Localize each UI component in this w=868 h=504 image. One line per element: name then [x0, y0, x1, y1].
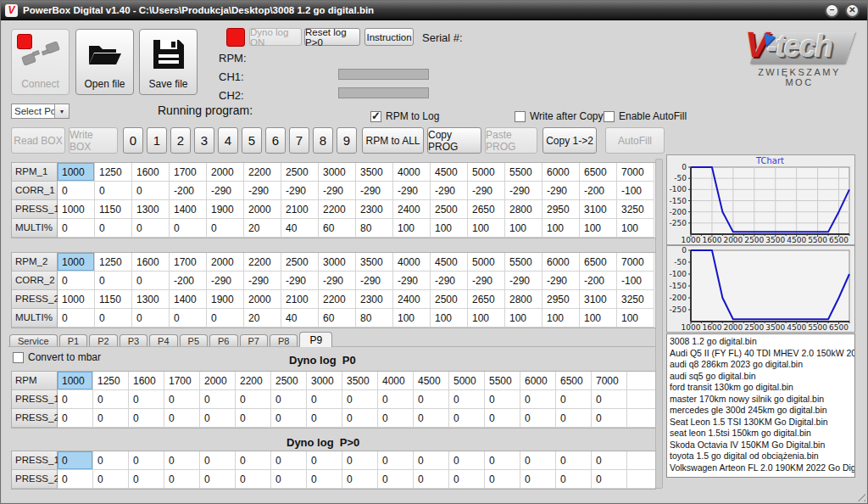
table-cell[interactable]: -290 — [505, 182, 542, 200]
table-cell[interactable]: 4500 — [431, 163, 468, 182]
table-cell[interactable]: 6000 — [542, 253, 580, 272]
table-cell[interactable]: 0 — [520, 390, 556, 409]
write-box-button[interactable]: Write BOX — [69, 127, 118, 154]
tab-p5[interactable]: P5 — [180, 334, 208, 347]
table-cell[interactable]: 0 — [200, 470, 236, 489]
table-cell[interactable]: 0 — [449, 409, 485, 428]
table-cell[interactable]: 6000 — [520, 372, 556, 390]
table-cell[interactable]: 0 — [271, 470, 307, 489]
table-cell[interactable]: 0 — [342, 390, 378, 409]
file-list-item[interactable]: ford transit 130km go digital.bin — [670, 382, 854, 394]
autofill-button[interactable]: AutoFill — [605, 127, 665, 154]
table-cell[interactable]: 0 — [132, 182, 170, 200]
digit-button-6[interactable]: 6 — [265, 127, 286, 154]
tab-service[interactable]: Service — [9, 334, 58, 347]
table-cell[interactable]: 100 — [505, 219, 542, 238]
table-cell[interactable]: 2500 — [281, 163, 319, 182]
connect-button[interactable]: Connect — [11, 29, 70, 95]
table-cell[interactable]: 2400 — [393, 200, 431, 219]
table-cell[interactable]: 3000 — [307, 372, 342, 390]
table-cell[interactable]: 6500 — [580, 163, 617, 182]
table-cell[interactable]: 0 — [58, 470, 93, 489]
table-cell[interactable]: 0 — [200, 409, 236, 428]
table-cell[interactable]: 100 — [393, 309, 431, 328]
table-cell[interactable]: 0 — [129, 451, 164, 470]
reset-log-button[interactable]: Reset log P>0 — [304, 28, 360, 46]
table-cell[interactable]: 0 — [414, 390, 449, 409]
table-cell[interactable]: -290 — [207, 272, 244, 290]
table-cell[interactable]: 6500 — [556, 372, 592, 390]
table-cell[interactable]: 1900 — [207, 200, 244, 219]
file-list-item[interactable]: seat leon 1.5tsi 150km go digital.bin — [670, 428, 854, 440]
table-cell[interactable]: 0 — [132, 272, 170, 290]
write-after-copy-checkbox[interactable]: Write after Copy — [515, 110, 603, 122]
table-cell[interactable]: 3250 — [617, 200, 654, 219]
table-cell[interactable]: 100 — [505, 309, 542, 328]
table-cell[interactable]: 0 — [129, 470, 164, 489]
file-list-item[interactable]: Seat Leon 1.5 TSI 130KM Go Digital.bin — [670, 417, 854, 428]
convert-to-mbar-checkbox[interactable]: Convert to mbar — [13, 351, 101, 363]
table-cell[interactable]: 0 — [95, 309, 132, 328]
table-cell[interactable]: 2650 — [468, 200, 505, 219]
table-cell[interactable]: 0 — [129, 409, 164, 428]
table-cell[interactable]: 20 — [244, 309, 281, 328]
table-cell[interactable]: 0 — [129, 390, 164, 409]
table-cell[interactable]: 2000 — [200, 372, 236, 390]
table-cell[interactable]: 0 — [307, 470, 342, 489]
table-cell[interactable]: 1700 — [170, 253, 207, 272]
table-cell[interactable]: 7000 — [592, 372, 627, 390]
table-cell[interactable]: 0 — [592, 409, 627, 428]
table-cell[interactable]: 0 — [271, 390, 307, 409]
dyno-log-on-button[interactable]: Dyno log ON — [249, 28, 302, 46]
table-cell[interactable]: 0 — [93, 451, 129, 470]
table-cell[interactable]: 0 — [93, 409, 129, 428]
table-cell[interactable]: 2300 — [356, 200, 393, 219]
enable-autofill-checkbox[interactable]: Enable AutoFill — [604, 110, 687, 122]
table-cell[interactable]: 100 — [617, 309, 654, 328]
table-cell[interactable]: 60 — [319, 219, 356, 238]
table-cell[interactable]: 0 — [485, 390, 520, 409]
tab-p4[interactable]: P4 — [149, 334, 177, 347]
table-cell[interactable]: 2800 — [505, 200, 542, 219]
table-cell[interactable]: 1900 — [207, 290, 244, 309]
table-cell[interactable]: 1150 — [95, 200, 132, 219]
file-list-item[interactable]: 3008 1.2 go digital.bin — [670, 336, 854, 348]
table-cell[interactable]: 2300 — [356, 290, 393, 309]
table-cell[interactable]: 2100 — [281, 290, 319, 309]
file-list-item[interactable]: Volkswagen Arteon FL 2.0 190KM 2022 Go D… — [670, 462, 854, 474]
rpm-to-log-checkbox[interactable]: RPM to Log — [370, 110, 439, 122]
table-cell[interactable]: 0 — [207, 309, 244, 328]
table-cell[interactable]: -290 — [542, 272, 580, 290]
file-list-item[interactable]: mercedes gle 300d 245km go digital.bin — [670, 405, 854, 417]
table-cell[interactable]: -100 — [617, 182, 654, 200]
table-cell[interactable]: 0 — [58, 309, 95, 328]
table-cell[interactable]: 100 — [468, 219, 505, 238]
table-cell[interactable]: 2950 — [542, 200, 580, 219]
close-button[interactable]: ✕ — [845, 3, 860, 18]
copy-prog-button[interactable]: Copy PROG — [427, 127, 481, 154]
table-cell[interactable]: 2500 — [271, 372, 307, 390]
table-cell[interactable]: 0 — [556, 390, 592, 409]
table-cell[interactable]: 0 — [520, 409, 556, 428]
table-cell[interactable]: -200 — [170, 182, 207, 200]
table-cell[interactable]: 0 — [164, 390, 200, 409]
table-cell[interactable]: 80 — [356, 309, 393, 328]
table-cell[interactable]: -290 — [468, 272, 505, 290]
digit-button-0[interactable]: 0 — [123, 127, 143, 154]
table-cell[interactable]: 4000 — [393, 163, 431, 182]
select-port-dropdown[interactable]: Select Port ▼ — [11, 104, 70, 119]
table-cell[interactable]: 0 — [95, 182, 132, 200]
digit-button-5[interactable]: 5 — [242, 127, 262, 154]
file-list-item[interactable]: audi q8 286km 2023 go digital.bin — [670, 359, 854, 371]
table-cell[interactable]: 0 — [271, 451, 307, 470]
table-cell[interactable]: 5000 — [449, 372, 485, 390]
table-cell[interactable]: 5000 — [468, 163, 505, 182]
table-cell[interactable]: 40 — [281, 309, 319, 328]
file-list-item[interactable]: Skoda Octavia IV 150KM Go Digital.bin — [670, 440, 854, 451]
read-box-button[interactable]: Read BOX — [11, 127, 65, 154]
table-cell[interactable]: 1600 — [132, 253, 170, 272]
table-cell[interactable]: 0 — [95, 272, 132, 290]
table-cell[interactable]: 0 — [170, 219, 207, 238]
table-cell[interactable]: 3000 — [319, 253, 356, 272]
write-after-copy-checkbox-box[interactable] — [515, 111, 526, 122]
